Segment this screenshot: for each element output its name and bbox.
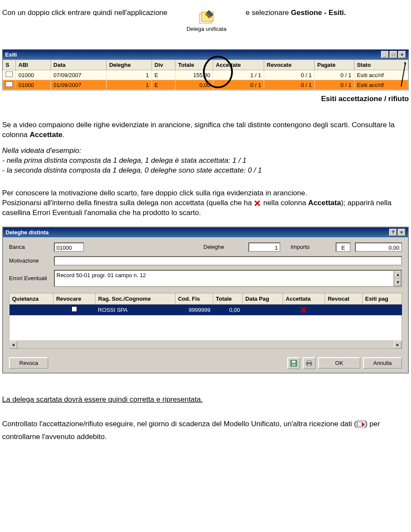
paragraph-3: Per conoscere la motivazione dello scart… bbox=[2, 188, 409, 218]
field-motivazione[interactable] bbox=[54, 256, 402, 266]
scroll-track[interactable] bbox=[17, 341, 394, 348]
p3-l2-pre: Posizionarsi all'interno della finestra … bbox=[2, 199, 254, 207]
col-totale[interactable]: Totale bbox=[176, 60, 213, 70]
svg-rect-10 bbox=[357, 422, 362, 426]
label-motivazione: Motivazione bbox=[9, 257, 50, 264]
dlg-window-buttons: ? × bbox=[389, 229, 405, 236]
dlg-footer: Revoca OK Annulla bbox=[3, 354, 408, 373]
field-importo[interactable]: 0,00 bbox=[355, 242, 402, 252]
cell-cf: 9999999 bbox=[175, 304, 213, 315]
dlg-title: Deleghe distinta bbox=[6, 229, 48, 236]
cell-data: 01/09/2007 bbox=[51, 80, 106, 90]
esiti-title: Esiti bbox=[5, 51, 17, 58]
col-accettata[interactable]: Accettata bbox=[283, 293, 325, 304]
col-revocate[interactable]: Revocate bbox=[264, 60, 315, 70]
ricezione-dati-icon bbox=[357, 420, 365, 428]
table-row[interactable]: 01000 01/09/2007 1 E 0,00 0 / 1 0 / 1 0 … bbox=[3, 80, 408, 90]
svg-rect-9 bbox=[307, 364, 311, 366]
ok-button[interactable]: OK bbox=[318, 357, 360, 369]
cell-esiti bbox=[362, 304, 402, 315]
paragraph-2: Nella videata d'esempio: - nella prima d… bbox=[2, 146, 409, 176]
cell-deleghe: 1 bbox=[106, 70, 152, 80]
deleghe-grid: Quietanza Revocare Rag. Soc./Cognome Cod… bbox=[9, 293, 402, 315]
table-row[interactable]: ROSSI SPA 9999999 0,00 bbox=[9, 304, 402, 315]
close-button[interactable]: × bbox=[398, 229, 405, 236]
row-motivazione: Motivazione bbox=[9, 256, 402, 266]
col-datapag[interactable]: Data Pag bbox=[243, 293, 283, 304]
esiti-grid: S ABI Data Deleghe Div Totale Accettate … bbox=[3, 60, 408, 90]
col-pagate[interactable]: Pagate bbox=[314, 60, 354, 70]
col-cf[interactable]: Cod. Fis bbox=[175, 293, 213, 304]
field-banca[interactable]: 01000 bbox=[54, 242, 84, 252]
table-row[interactable]: 01000 07/09/2007 1 E 155,30 1 / 1 0 / 1 … bbox=[3, 70, 408, 80]
footer2-pre: Controllato l'accettazione/rifiuto esegu… bbox=[2, 420, 357, 428]
scroll-right-icon[interactable]: ► bbox=[394, 341, 402, 349]
col-esiti[interactable]: Esiti pag bbox=[362, 293, 402, 304]
print-icon-button[interactable] bbox=[303, 357, 316, 369]
cell-div: E bbox=[152, 70, 175, 80]
delega-icon-label: Delega unificata bbox=[187, 26, 226, 32]
cell-revocate: 0 / 1 bbox=[264, 80, 315, 90]
maximize-button[interactable]: □ bbox=[390, 51, 397, 58]
cell-abi: 01000 bbox=[16, 70, 51, 80]
p3-l1: Per conoscere la motivazione dello scart… bbox=[2, 189, 307, 197]
col-s[interactable]: S bbox=[3, 60, 16, 70]
minimize-button[interactable]: _ bbox=[381, 51, 389, 58]
cell-accettate: 0 / 1 bbox=[213, 80, 264, 90]
row-banca: Banca 01000 Deleghe 1 Importo E 0,00 bbox=[9, 242, 402, 252]
x-red-icon bbox=[300, 306, 307, 314]
cell-pagate: 0 / 1 bbox=[314, 80, 354, 90]
errori-wrap: Record 50-01 progr. 01 campo n. 12 ▲ ▼ bbox=[54, 270, 402, 287]
field-errori[interactable]: Record 50-01 progr. 01 campo n. 12 bbox=[54, 270, 394, 287]
col-revocata[interactable]: Revocat bbox=[325, 293, 362, 304]
paragraph-1: Se a video compaiono delle righe evidenz… bbox=[2, 120, 409, 140]
checkbox-icon[interactable] bbox=[71, 306, 77, 312]
p1-bold: Accettate bbox=[30, 131, 63, 139]
label-deleghe: Deleghe bbox=[203, 244, 244, 250]
cell-datapag bbox=[243, 304, 283, 315]
col-revocare[interactable]: Revocare bbox=[54, 293, 95, 304]
col-div[interactable]: Div bbox=[152, 60, 175, 70]
annulla-button[interactable]: Annulla bbox=[363, 357, 402, 369]
errori-scrollbar[interactable]: ▲ ▼ bbox=[394, 270, 402, 287]
svg-line-2 bbox=[401, 63, 405, 87]
scroll-down-icon[interactable]: ▼ bbox=[395, 278, 401, 286]
footer-1: La delega scartata dovrà essere quindi c… bbox=[2, 395, 409, 405]
col-rag[interactable]: Rag. Soc./Cognome bbox=[95, 293, 175, 304]
intro-line: Con un doppio click entrare quindi nell'… bbox=[2, 9, 409, 32]
revoca-button[interactable]: Revoca bbox=[9, 357, 48, 369]
cell-rag: ROSSI SPA bbox=[95, 304, 175, 315]
col-abi[interactable]: ABI bbox=[16, 60, 51, 70]
scroll-up-icon[interactable]: ▲ bbox=[395, 271, 401, 278]
x-red-icon bbox=[254, 200, 261, 207]
save-icon-button[interactable] bbox=[287, 357, 300, 369]
help-button[interactable]: ? bbox=[389, 229, 397, 236]
p2-l1: Nella videata d'esempio: bbox=[2, 146, 81, 155]
svg-rect-8 bbox=[307, 361, 311, 362]
cell-revocare[interactable] bbox=[54, 304, 95, 315]
col-accettate[interactable]: Accettate bbox=[213, 60, 264, 70]
label-errori: Errori Eventuali bbox=[9, 275, 50, 281]
caption-esiti: Esiti accettazione / rifiuto bbox=[2, 95, 409, 103]
cell-totale: 155,30 bbox=[176, 70, 213, 80]
cell-revocata bbox=[325, 304, 362, 315]
close-button[interactable]: × bbox=[398, 51, 406, 58]
cell-revocate: 0 / 1 bbox=[264, 70, 315, 80]
horizontal-scrollbar[interactable]: ◄ ► bbox=[9, 341, 402, 349]
delega-unificata-icon bbox=[198, 9, 215, 25]
col-deleghe[interactable]: Deleghe bbox=[106, 60, 152, 70]
p1-post: . bbox=[63, 131, 65, 139]
col-data[interactable]: Data bbox=[51, 60, 106, 70]
col-quietanza[interactable]: Quietanza bbox=[9, 293, 54, 304]
cell-div: E bbox=[152, 80, 175, 90]
field-deleghe[interactable]: 1 bbox=[248, 242, 280, 252]
footer-2: Controllato l'accettazione/rifiuto esegu… bbox=[2, 418, 409, 444]
cell-data: 07/09/2007 bbox=[51, 70, 106, 80]
scroll-left-icon[interactable]: ◄ bbox=[9, 341, 17, 349]
cell-deleghe: 1 bbox=[106, 80, 152, 90]
field-importo-curr[interactable]: E bbox=[336, 242, 351, 252]
cell-abi: 01000 bbox=[16, 80, 51, 90]
p3-l2-bold: Accettata bbox=[308, 199, 341, 207]
dlg-titlebar: Deleghe distinta ? × bbox=[3, 227, 408, 237]
col-totale[interactable]: Totale bbox=[213, 293, 242, 304]
